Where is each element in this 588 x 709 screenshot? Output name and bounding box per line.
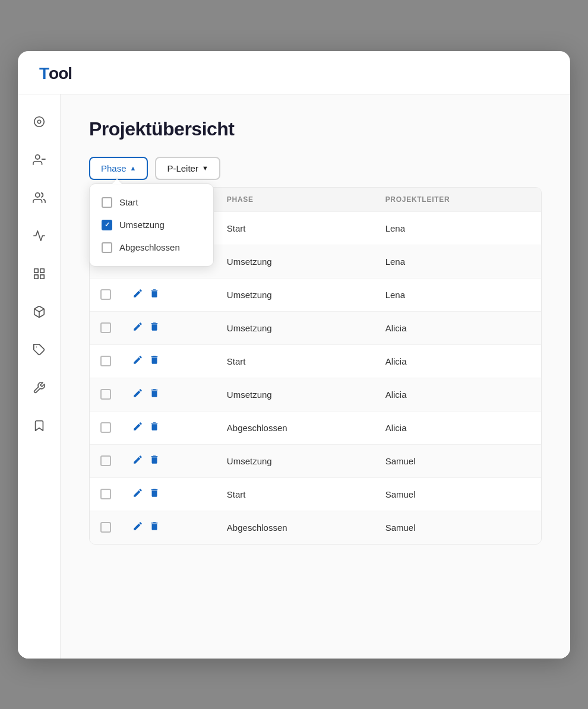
box-icon[interactable] (29, 301, 50, 322)
row-projektleiter: Alicia (375, 378, 541, 411)
start-label: Start (119, 197, 138, 207)
row-actions-cell (122, 444, 216, 477)
delete-icon[interactable] (149, 388, 160, 401)
svg-point-2 (35, 154, 39, 159)
row-select-cell (90, 311, 122, 344)
abgeschlossen-checkbox[interactable] (102, 242, 112, 253)
row-phase: Umsetzung (216, 444, 375, 477)
row-select-cell (90, 344, 122, 378)
edit-icon[interactable] (132, 354, 143, 368)
delete-icon[interactable] (149, 521, 160, 534)
logo-t: T (39, 64, 49, 83)
row-select-cell (90, 411, 122, 444)
phase-filter-container: Phase ▲ Start Umsetzung (89, 157, 148, 180)
row-phase: Umsetzung (216, 278, 375, 311)
row-checkbox[interactable] (100, 522, 111, 533)
tool-icon[interactable] (29, 377, 50, 398)
delete-icon[interactable] (149, 454, 160, 468)
edit-icon[interactable] (132, 454, 143, 468)
users-icon[interactable] (29, 149, 50, 170)
row-phase: Abgeschlossen (216, 411, 375, 444)
edit-icon[interactable] (132, 388, 143, 401)
row-projektleiter: Lena (375, 278, 541, 311)
row-checkbox[interactable] (100, 356, 111, 366)
filter-bar: Phase ▲ Start Umsetzung (89, 157, 542, 180)
row-actions (132, 288, 206, 302)
dashboard-icon[interactable] (29, 111, 50, 132)
app-window: Tool (18, 51, 570, 659)
row-phase: Umsetzung (216, 378, 375, 411)
row-projektleiter: Samuel (375, 511, 541, 544)
dropdown-option-umsetzung[interactable]: Umsetzung (90, 214, 213, 236)
row-phase: Umsetzung (216, 245, 375, 278)
svg-point-1 (37, 120, 41, 124)
umsetzung-checkbox[interactable] (102, 220, 112, 230)
table-row: Umsetzung Alicia (90, 311, 541, 344)
row-actions-cell (122, 378, 216, 411)
row-select-cell (90, 511, 122, 544)
row-checkbox[interactable] (100, 422, 111, 433)
dropdown-option-abgeschlossen[interactable]: Abgeschlossen (90, 236, 213, 259)
row-checkbox[interactable] (100, 455, 111, 466)
svg-rect-8 (40, 274, 43, 278)
row-checkbox[interactable] (100, 322, 111, 333)
row-projektleiter: Alicia (375, 411, 541, 444)
abgeschlossen-label: Abgeschlossen (119, 242, 180, 252)
row-select-cell (90, 477, 122, 511)
row-projektleiter: Samuel (375, 444, 541, 477)
row-phase: Start (216, 211, 375, 245)
svg-point-4 (35, 192, 39, 197)
phase-filter-label: Phase (101, 163, 127, 173)
delete-icon[interactable] (149, 321, 160, 335)
delete-icon[interactable] (149, 421, 160, 435)
row-checkbox[interactable] (100, 389, 111, 400)
pleiter-chevron-down-icon: ▼ (202, 164, 208, 172)
phase-dropdown-menu: Start Umsetzung Abgeschlossen (89, 183, 214, 267)
row-phase: Start (216, 477, 375, 511)
row-phase: Abgeschlossen (216, 511, 375, 544)
col-projektleiter: PROJEKTLEITER (375, 188, 541, 212)
delete-icon[interactable] (149, 354, 160, 368)
pleiter-filter-button[interactable]: P-Leiter ▼ (155, 157, 220, 180)
edit-icon[interactable] (132, 421, 143, 435)
row-actions (132, 388, 206, 401)
table-row: Umsetzung Lena (90, 278, 541, 311)
main-layout: Projektübersicht Phase ▲ Start (18, 94, 570, 659)
start-checkbox[interactable] (102, 197, 112, 208)
row-actions (132, 354, 206, 368)
chart-icon[interactable] (29, 225, 50, 246)
dropdown-option-start[interactable]: Start (90, 191, 213, 214)
phase-chevron-up-icon: ▲ (130, 164, 137, 172)
delete-icon[interactable] (149, 488, 160, 501)
phase-filter-button[interactable]: Phase ▲ (89, 157, 148, 180)
row-actions (132, 521, 206, 534)
page-title: Projektübersicht (89, 118, 542, 140)
row-projektleiter: Lena (375, 211, 541, 245)
row-actions-cell (122, 311, 216, 344)
row-phase: Start (216, 344, 375, 378)
table-row: Abgeschlossen Alicia (90, 411, 541, 444)
edit-icon[interactable] (132, 288, 143, 302)
table-row: Umsetzung Samuel (90, 444, 541, 477)
table-row: Start Samuel (90, 477, 541, 511)
tag-icon[interactable] (29, 339, 50, 360)
svg-rect-6 (40, 268, 43, 272)
edit-icon[interactable] (132, 488, 143, 501)
delete-icon[interactable] (149, 288, 160, 302)
svg-point-0 (34, 116, 44, 126)
row-checkbox[interactable] (100, 289, 111, 300)
table-row: Abgeschlossen Samuel (90, 511, 541, 544)
row-projektleiter: Alicia (375, 344, 541, 378)
logo-rest: ool (49, 64, 72, 83)
row-phase: Umsetzung (216, 311, 375, 344)
edit-icon[interactable] (132, 321, 143, 335)
group-icon[interactable] (29, 187, 50, 208)
row-select-cell (90, 378, 122, 411)
bookmark-icon[interactable] (29, 415, 50, 436)
edit-icon[interactable] (132, 521, 143, 534)
umsetzung-label: Umsetzung (119, 220, 165, 230)
top-bar: Tool (18, 51, 570, 94)
grid-icon[interactable] (29, 263, 50, 284)
row-projektleiter: Samuel (375, 477, 541, 511)
row-checkbox[interactable] (100, 489, 111, 499)
